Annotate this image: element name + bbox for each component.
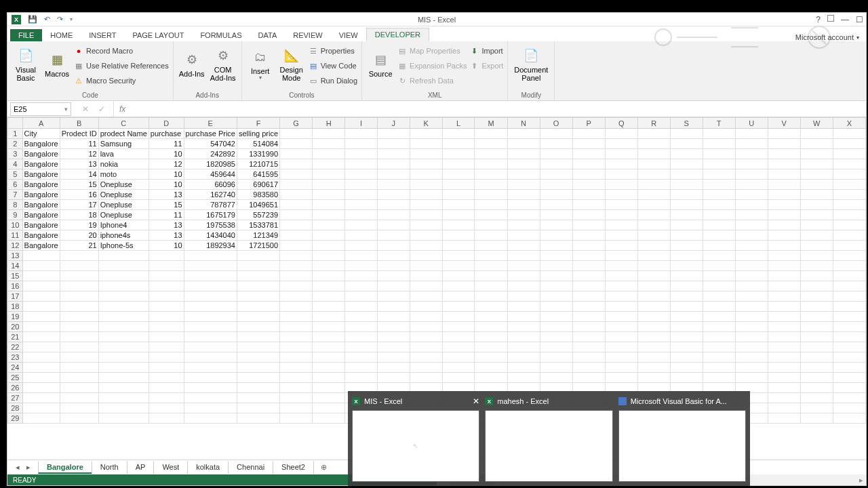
cell[interactable]	[313, 322, 345, 332]
cell[interactable]	[345, 332, 378, 342]
cell[interactable]	[184, 332, 237, 342]
cell[interactable]: 1675179	[184, 210, 237, 220]
cell[interactable]	[637, 149, 670, 159]
cell[interactable]	[800, 383, 833, 393]
cell[interactable]	[149, 271, 184, 281]
cell[interactable]	[410, 352, 442, 363]
cell[interactable]	[703, 129, 735, 139]
cell[interactable]	[540, 363, 572, 373]
col-header[interactable]: X	[833, 118, 865, 129]
cell[interactable]: selling price	[237, 129, 279, 139]
col-header[interactable]: J	[377, 118, 410, 129]
undo-icon[interactable]: ↶	[44, 15, 50, 24]
cell[interactable]	[670, 352, 703, 363]
cell[interactable]	[507, 169, 540, 180]
cell[interactable]	[22, 332, 60, 342]
cell[interactable]: Bangalore	[22, 190, 60, 200]
cell[interactable]	[703, 139, 735, 149]
cell[interactable]	[184, 373, 237, 383]
col-header[interactable]: C	[98, 118, 149, 129]
cell[interactable]	[540, 220, 572, 230]
maximize-icon[interactable]: ☐	[856, 15, 863, 24]
cell[interactable]	[670, 261, 703, 271]
cell[interactable]	[22, 363, 60, 373]
cell[interactable]: 557239	[237, 210, 279, 220]
cell[interactable]	[149, 342, 184, 352]
cell[interactable]: Bangalore	[22, 149, 60, 159]
cell[interactable]	[735, 251, 768, 261]
cell[interactable]	[280, 210, 313, 220]
cell[interactable]	[670, 169, 703, 180]
cell[interactable]	[768, 342, 800, 352]
cell[interactable]	[637, 241, 670, 251]
cell[interactable]: 13	[60, 159, 98, 169]
cell[interactable]	[637, 200, 670, 210]
cell[interactable]	[572, 169, 605, 180]
sheet-prev-icon[interactable]: ◂	[16, 463, 20, 472]
col-header[interactable]: L	[442, 118, 475, 129]
cell[interactable]	[22, 413, 60, 424]
cell[interactable]	[833, 352, 865, 363]
insert-button[interactable]: 🗂Insert▾	[246, 43, 275, 86]
cell[interactable]	[313, 220, 345, 230]
cell[interactable]	[703, 169, 735, 180]
cell[interactable]	[60, 312, 98, 322]
cell[interactable]	[637, 342, 670, 352]
cell[interactable]	[149, 281, 184, 291]
cell[interactable]	[572, 271, 605, 281]
cell[interactable]	[833, 373, 865, 383]
row-header[interactable]: 10	[8, 220, 23, 230]
cell[interactable]	[768, 241, 800, 251]
cell[interactable]	[703, 180, 735, 190]
cell[interactable]	[572, 352, 605, 363]
cell[interactable]	[735, 220, 768, 230]
cell[interactable]	[280, 322, 313, 332]
cell[interactable]	[410, 302, 442, 312]
row-header[interactable]: 12	[8, 241, 23, 251]
cell[interactable]	[833, 251, 865, 261]
cell[interactable]: Bangalore	[22, 230, 60, 241]
cell[interactable]	[313, 291, 345, 302]
document-panel-button[interactable]: 📄Document Panel	[512, 43, 550, 86]
cell[interactable]	[475, 271, 507, 281]
cell[interactable]	[540, 169, 572, 180]
cell[interactable]	[442, 342, 475, 352]
row-header[interactable]: 20	[8, 322, 23, 332]
cell[interactable]	[605, 129, 637, 139]
cell[interactable]	[768, 230, 800, 241]
cell[interactable]	[605, 352, 637, 363]
cell[interactable]	[280, 291, 313, 302]
cell[interactable]	[442, 312, 475, 322]
cell[interactable]	[410, 312, 442, 322]
cell[interactable]	[670, 251, 703, 261]
cell[interactable]	[345, 190, 378, 200]
cell[interactable]	[605, 169, 637, 180]
cell[interactable]	[637, 169, 670, 180]
cell[interactable]	[833, 159, 865, 169]
cell[interactable]	[735, 312, 768, 322]
cell[interactable]	[572, 220, 605, 230]
cell[interactable]	[377, 159, 410, 169]
cell[interactable]	[377, 200, 410, 210]
formula-input[interactable]	[125, 101, 866, 117]
cell[interactable]	[833, 129, 865, 139]
cell[interactable]	[60, 251, 98, 261]
cell[interactable]: 15	[149, 200, 184, 210]
cell[interactable]	[800, 241, 833, 251]
cell[interactable]	[345, 230, 378, 241]
cell[interactable]	[735, 322, 768, 332]
row-header[interactable]: 13	[8, 251, 23, 261]
cell[interactable]	[184, 271, 237, 281]
cell[interactable]	[572, 332, 605, 342]
cell[interactable]	[184, 322, 237, 332]
tab-pagelayout[interactable]: PAGE LAYOUT	[124, 29, 192, 41]
cell[interactable]	[345, 302, 378, 312]
cell[interactable]: 15	[60, 180, 98, 190]
cell[interactable]	[410, 251, 442, 261]
cell[interactable]	[184, 312, 237, 322]
cell[interactable]	[735, 149, 768, 159]
cell[interactable]	[833, 149, 865, 159]
cell[interactable]	[800, 271, 833, 281]
cell[interactable]	[605, 332, 637, 342]
cell[interactable]	[410, 363, 442, 373]
